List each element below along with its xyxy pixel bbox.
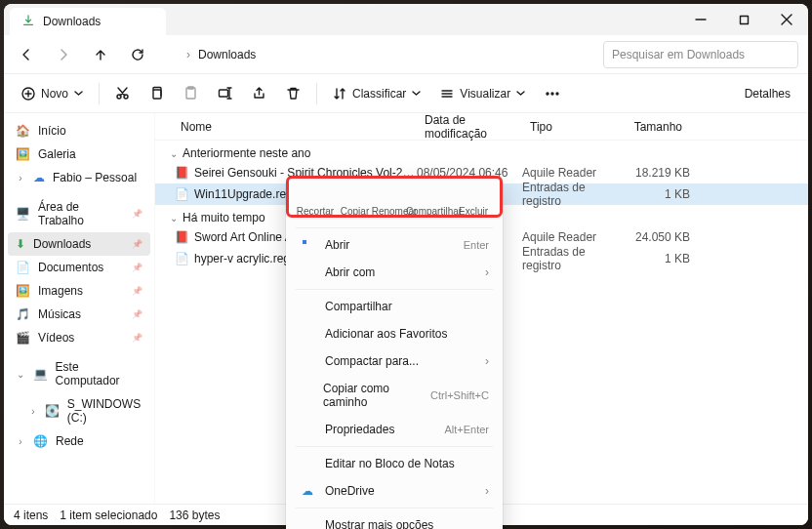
pin-icon: 📌: [132, 333, 142, 343]
view-icons-icon[interactable]: [786, 508, 798, 523]
ctx-delete[interactable]: Excluir: [454, 185, 493, 217]
details-pane-button[interactable]: Detalhes: [716, 86, 798, 101]
pin-icon: 📌: [132, 286, 142, 296]
share-button[interactable]: [244, 79, 274, 108]
cut-button[interactable]: [107, 79, 138, 108]
ctx-share[interactable]: Compartilhar: [415, 185, 454, 217]
group-header[interactable]: ⌄Anteriormente neste ano: [155, 141, 808, 162]
chevron-right-icon[interactable]: ›: [16, 436, 25, 447]
sidebar[interactable]: 🏠Início 🖼️Galeria ›☁Fabio – Pessoal 🖥️Ár…: [4, 113, 155, 504]
close-tab-icon[interactable]: [139, 15, 152, 28]
cut-icon: [306, 185, 324, 203]
minimize-button[interactable]: [679, 4, 722, 35]
paste-button: [176, 79, 206, 108]
svg-rect-0: [740, 16, 748, 23]
drive-icon: 💽: [45, 404, 60, 418]
svg-rect-13: [725, 88, 737, 99]
view-details-icon[interactable]: [761, 508, 774, 523]
open-icon: [300, 238, 315, 252]
folder-icon: [164, 47, 179, 61]
svg-rect-6: [153, 90, 161, 99]
tab-downloads[interactable]: Downloads: [10, 8, 166, 35]
svg-rect-28: [304, 459, 311, 468]
chevron-down-icon: ⌄: [169, 213, 179, 224]
download-icon: [21, 14, 35, 30]
notepad-icon: [300, 457, 315, 470]
delete-button[interactable]: [278, 79, 308, 108]
col-date[interactable]: Data de modificação: [417, 113, 522, 141]
new-button[interactable]: Novo: [14, 79, 91, 108]
sidebar-item-home[interactable]: 🏠Início: [8, 119, 150, 142]
view-button[interactable]: Visualizar: [432, 79, 533, 108]
ctx-favorites[interactable]: Adicionar aos Favoritos: [290, 320, 499, 347]
epub-icon: 📕: [173, 166, 190, 180]
ctx-compress[interactable]: Compactar para...›: [290, 347, 499, 375]
svg-rect-14: [762, 509, 773, 519]
chevron-right-icon: ›: [485, 354, 489, 368]
svg-rect-1: [166, 50, 178, 60]
epub-icon: 📕: [173, 230, 190, 244]
cloud-icon: ☁: [33, 171, 45, 184]
ctx-copy[interactable]: Copiar: [336, 185, 375, 217]
images-icon: 🖼️: [16, 284, 30, 298]
sidebar-item-cdrive[interactable]: ›💽S_WINDOWS (C:): [8, 392, 150, 429]
svg-rect-27: [303, 392, 310, 400]
navbar: › Downloads: [4, 35, 808, 74]
sidebar-item-network[interactable]: ›🌐Rede: [8, 429, 150, 453]
maximize-button[interactable]: [722, 4, 765, 35]
open-with-icon: [300, 265, 315, 279]
svg-point-20: [317, 196, 321, 200]
search-box[interactable]: [603, 41, 798, 68]
ctx-open[interactable]: AbrirEnter: [290, 231, 499, 259]
close-button[interactable]: [765, 4, 808, 35]
sidebar-item-desktop[interactable]: 🖥️Área de Trabalho📌: [8, 195, 150, 232]
sort-button[interactable]: Classificar: [325, 79, 428, 108]
svg-rect-26: [303, 357, 312, 365]
breadcrumb[interactable]: › Downloads: [158, 47, 599, 61]
back-button[interactable]: [10, 39, 43, 70]
sidebar-item-gallery[interactable]: 🖼️Galeria: [8, 142, 150, 166]
titlebar: Downloads: [4, 4, 808, 35]
sidebar-item-downloads[interactable]: ⬇Downloads📌: [8, 232, 150, 256]
svg-point-2: [779, 50, 787, 58]
ctx-compartilhar[interactable]: Compartilhar: [290, 293, 499, 320]
svg-rect-9: [220, 90, 228, 97]
col-name[interactable]: Nome: [173, 120, 417, 134]
sidebar-item-videos[interactable]: 🎬Vídeos📌: [8, 326, 150, 349]
ctx-properties[interactable]: PropriedadesAlt+Enter: [290, 416, 499, 443]
column-headers[interactable]: Nome Data de modificação Tipo Tamanho: [155, 113, 808, 141]
new-tab-button[interactable]: [166, 4, 199, 35]
rename-button[interactable]: [210, 79, 240, 108]
chevron-down-icon[interactable]: ⌄: [16, 369, 25, 380]
refresh-button[interactable]: [121, 39, 154, 70]
chevron-right-icon[interactable]: ›: [16, 173, 25, 183]
ctx-open-with[interactable]: Abrir com›: [290, 259, 499, 286]
reg-icon: 📄: [173, 252, 190, 265]
reg-icon: 📄: [173, 187, 190, 201]
sidebar-item-music[interactable]: 🎵Músicas📌: [8, 303, 150, 326]
more-button[interactable]: [537, 79, 568, 108]
svg-point-10: [547, 93, 548, 95]
copy-button[interactable]: [142, 79, 172, 108]
ctx-onedrive[interactable]: ☁OneDrive›: [290, 477, 499, 505]
col-size[interactable]: Tamanho: [616, 120, 690, 134]
ctx-cut[interactable]: Recortar: [296, 185, 335, 217]
tab-title: Downloads: [43, 15, 131, 28]
sidebar-item-onedrive[interactable]: ›☁Fabio – Pessoal: [8, 166, 150, 189]
music-icon: 🎵: [16, 307, 30, 321]
ctx-more-options[interactable]: Mostrar mais opções: [290, 511, 499, 529]
chevron-right-icon[interactable]: ›: [29, 406, 37, 417]
search-input[interactable]: [612, 48, 777, 61]
sidebar-item-documents[interactable]: 📄Documentos📌: [8, 256, 150, 279]
sidebar-item-images[interactable]: 🖼️Imagens📌: [8, 279, 150, 303]
ctx-copy-path[interactable]: Copiar como caminhoCtrl+Shift+C: [290, 375, 499, 416]
desktop-icon: 🖥️: [16, 207, 30, 221]
sidebar-item-thispc[interactable]: ⌄💻Este Computador: [8, 355, 150, 392]
col-type[interactable]: Tipo: [522, 120, 616, 134]
ctx-notepad[interactable]: Editar no Bloco de Notas: [290, 450, 499, 477]
share-icon: [300, 300, 315, 313]
up-button[interactable]: [84, 39, 117, 70]
svg-rect-15: [787, 509, 791, 512]
share-icon: [426, 185, 443, 203]
forward-button[interactable]: [47, 39, 80, 70]
